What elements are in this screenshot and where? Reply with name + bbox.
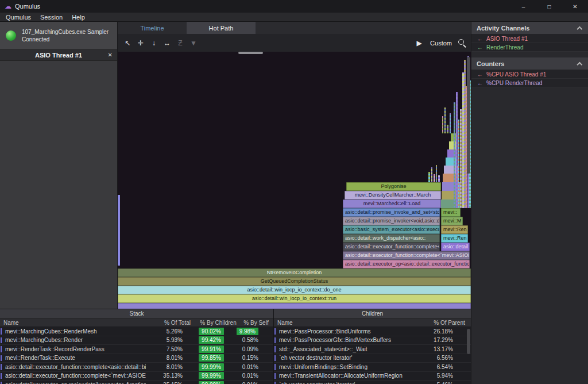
- zigzag-icon[interactable]: Ƶ: [175, 38, 185, 48]
- children-row[interactable]: mevi::PassProcessor::BindUniforms26.18%: [274, 327, 471, 336]
- row-accent-bar: [1, 364, 2, 370]
- flame-frame[interactable]: asio::detail: [441, 243, 470, 251]
- tab-hot-path[interactable]: Hot Path: [187, 22, 256, 34]
- left-scroll-indicator[interactable]: [118, 195, 120, 266]
- flame-spike[interactable]: [436, 165, 437, 182]
- flame-spike[interactable]: [456, 92, 458, 208]
- pan-icon[interactable]: ✛: [136, 38, 146, 48]
- fit-width-icon[interactable]: ↔: [162, 38, 172, 48]
- flame-frame[interactable]: asio::detail::work_dispatcher<asio::: [343, 234, 440, 243]
- section-title: Activity Channels: [477, 25, 529, 32]
- flame-spike[interactable]: [460, 109, 462, 208]
- children-row[interactable]: mevi::TransientAllocator::AllocateUnifor…: [274, 372, 471, 381]
- column-header-name[interactable]: Name: [274, 318, 428, 327]
- children-row[interactable]: mevi::PassProcessorGfx::BindVertexBuffer…: [274, 336, 471, 345]
- stack-table-title: Stack: [0, 309, 273, 318]
- flame-vertical-scrollbar-thumb[interactable]: [467, 57, 470, 174]
- flame-spike[interactable]: [428, 172, 430, 182]
- horizontal-scrollbar-thumb[interactable]: [238, 52, 263, 54]
- flame-spike[interactable]: [442, 116, 443, 133]
- stack-row[interactable]: mevi::RenderTask::RecordRenderPass7.50%9…: [0, 345, 273, 354]
- flame-spike[interactable]: [450, 113, 451, 133]
- flame-frame[interactable]: mevi::Ren: [441, 225, 468, 234]
- flame-spike[interactable]: [454, 102, 455, 208]
- cell-name: mevi::MarchingCubes::Render: [0, 336, 146, 345]
- chevron-down-icon[interactable]: ▼: [188, 38, 199, 48]
- children-row[interactable]: mevi::UniformBindings::SetBinding6.54%: [274, 363, 471, 372]
- channel-cpu-renderthread[interactable]: ←%CPU RenderThread: [471, 79, 588, 87]
- maximize-button[interactable]: □: [536, 0, 562, 13]
- children-row[interactable]: `eh vector destructor iterator'6.56%: [274, 354, 471, 363]
- name-text: mevi::UniformBindings::SetBinding: [279, 364, 368, 370]
- flame-frame[interactable]: [118, 303, 471, 309]
- cell-by-children: 99.91%: [186, 345, 227, 354]
- flame-spike[interactable]: [444, 107, 446, 133]
- chevron-up-icon[interactable]: [577, 62, 582, 68]
- column-header-of-parent[interactable]: % Of Parent: [428, 318, 471, 327]
- minimize-button[interactable]: –: [510, 0, 536, 13]
- tab-timeline[interactable]: Timeline: [118, 22, 187, 34]
- down-arrow-icon[interactable]: ↓: [149, 38, 159, 48]
- menu-item-session[interactable]: Session: [36, 13, 67, 22]
- stack-row[interactable]: mevi::MarchingCubes::RenderMesh5.26%90.0…: [0, 327, 273, 336]
- stack-table: Stack Name% Of Total% By Children% By Se…: [0, 309, 274, 384]
- stack-row[interactable]: mevi::MarchingCubes::Render5.93%99.42%0.…: [0, 336, 273, 345]
- cell-of-parent: 17.29%: [413, 336, 457, 345]
- column-header-by-children[interactable]: % By Children: [198, 318, 239, 327]
- row-accent-bar: [274, 373, 276, 379]
- flame-frame[interactable]: mevi::M: [441, 217, 463, 225]
- section-header-activity-channels[interactable]: Activity Channels: [471, 22, 588, 34]
- stack-row[interactable]: mevi::RenderTask::Execute8.01%99.85%0.15…: [0, 354, 273, 363]
- flame-frame[interactable]: asio::detail::win_iocp_io_context::do_on…: [118, 286, 471, 294]
- flame-spike[interactable]: [447, 125, 448, 133]
- flame-frame[interactable]: asio::detail::promise_invoke_and_set<std…: [343, 208, 440, 217]
- zoom-icon[interactable]: [458, 39, 466, 47]
- flame-frame[interactable]: mevi::DensityCellMarcher::March: [345, 191, 441, 199]
- flame-frame[interactable]: asio::detail::win_iocp_io_context::run: [118, 294, 471, 303]
- menu-item-help[interactable]: Help: [67, 13, 90, 22]
- children-row[interactable]: `eh vector constructor iterator'5.46%: [274, 381, 471, 384]
- stack-row[interactable]: asio::detail::executor_op<asio::detail::…: [0, 381, 273, 384]
- children-row[interactable]: std::_Associated_state<int>::_Wait13.17%: [274, 345, 471, 354]
- toolbar-right: ▶ Custom: [414, 38, 466, 48]
- stack-row[interactable]: asio::detail::executor_function::complet…: [0, 363, 273, 372]
- flame-frame[interactable]: asio::detail::executor_function::complet…: [343, 243, 440, 251]
- row-accent-bar: [1, 346, 2, 352]
- flame-spike[interactable]: [434, 174, 435, 182]
- channel-renderthread[interactable]: ←RenderThread: [471, 43, 588, 52]
- flame-frame[interactable]: asio::detail::promise_invoker<void,asio:…: [343, 217, 440, 225]
- channel-cpu-asio-thread-1[interactable]: ←%CPU ASIO Thread #1: [471, 70, 588, 79]
- close-thread-button[interactable]: ✕: [108, 52, 113, 58]
- flame-frame[interactable]: mevi::Ren: [441, 234, 468, 243]
- play-icon[interactable]: ▶: [414, 38, 424, 48]
- cell-by-self: 0.58%: [227, 336, 262, 345]
- column-header-of-total[interactable]: % Of Total: [157, 318, 198, 327]
- column-header-by-self[interactable]: % By Self: [239, 318, 273, 327]
- flame-frame[interactable]: NtRemoveIoCompletion: [118, 268, 471, 277]
- flame-frame[interactable]: GetQueuedCompletionStatus: [118, 277, 471, 286]
- thread-header[interactable]: ASIO Thread #1 ✕: [0, 49, 117, 61]
- flame-frame[interactable]: asio::detail::executor_op<asio::detail::…: [343, 260, 470, 268]
- channel-asio-thread-1[interactable]: ←ASIO Thread #1: [471, 34, 588, 43]
- chevron-up-icon[interactable]: [577, 26, 582, 32]
- flame-vertical-scrollbar[interactable]: [466, 52, 471, 309]
- close-button[interactable]: ✕: [562, 0, 588, 13]
- section-header-counters[interactable]: Counters: [471, 57, 588, 70]
- column-header-name[interactable]: Name: [0, 318, 157, 327]
- flame-spike[interactable]: [431, 167, 432, 182]
- flame-frame[interactable]: Polygonise: [346, 182, 441, 191]
- flame-frame[interactable]: mevi::: [441, 208, 461, 217]
- stack-row[interactable]: asio::detail::executor_function::complet…: [0, 372, 273, 381]
- bottom-scrollbar-thumb[interactable]: [467, 329, 470, 354]
- flame-spike[interactable]: [458, 120, 459, 208]
- cursor-icon[interactable]: ↖: [122, 38, 133, 48]
- flame-frame[interactable]: asio::basic_system_executor<asio::execut…: [343, 225, 440, 234]
- custom-preset-button[interactable]: Custom: [430, 40, 452, 47]
- session-item[interactable]: 107_MarchingCubes.exe Sampler Connected: [0, 22, 117, 49]
- flame-spike[interactable]: [438, 175, 440, 182]
- menu-item-qumulus[interactable]: Qumulus: [1, 13, 36, 22]
- row-accent-bar: [274, 355, 276, 362]
- flame-graph[interactable]: Polygonisemevi::DensityCellMarcher::Marc…: [118, 52, 471, 309]
- flame-frame[interactable]: asio::detail::executor_function::complet…: [343, 251, 470, 260]
- flame-frame[interactable]: mevi::MarchedCell::Load: [343, 199, 441, 208]
